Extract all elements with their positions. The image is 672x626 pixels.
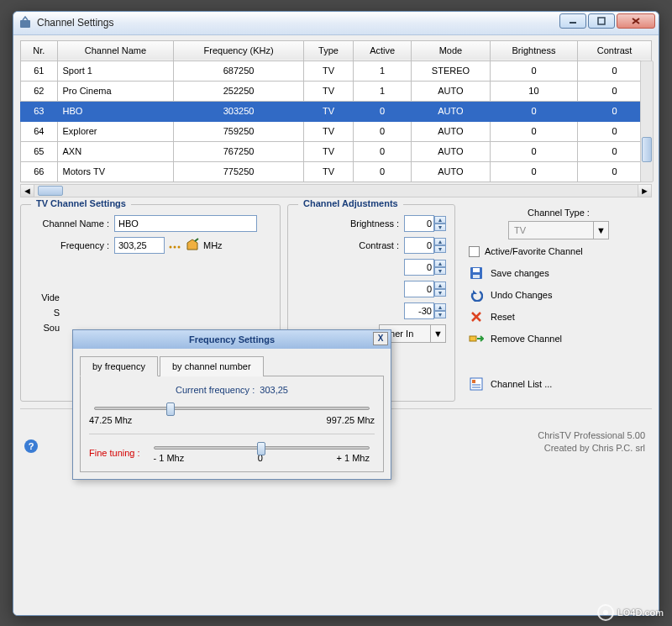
contrast-spinner[interactable]: ▲▼: [404, 237, 446, 254]
popup-titlebar[interactable]: Frequency Settings X: [73, 330, 391, 349]
table-cell[interactable]: 0: [490, 121, 577, 141]
table-cell[interactable]: 61: [21, 60, 58, 81]
frequency-slider[interactable]: [94, 407, 370, 410]
channel-table[interactable]: Nr.Channel NameFrequency (KHz)TypeActive…: [20, 40, 652, 182]
table-row[interactable]: 66Motors TV775250TV0AUTO00: [21, 161, 652, 181]
table-cell[interactable]: 10: [490, 81, 577, 101]
channel-type-combo[interactable]: TV▼: [508, 221, 609, 239]
frequency-input[interactable]: [114, 237, 165, 254]
scroll-left-arrow[interactable]: ◄: [21, 185, 34, 197]
horizontal-scrollbar[interactable]: ◄ ►: [20, 184, 652, 197]
table-row[interactable]: 62Pro Cinema252250TV1AUTO100: [21, 81, 652, 101]
table-cell[interactable]: 1: [354, 81, 412, 101]
tab-by-channel-number[interactable]: by channel number: [160, 356, 264, 376]
table-cell[interactable]: Explorer: [57, 121, 174, 141]
channel-picker-icon[interactable]: [185, 238, 200, 253]
table-cell[interactable]: Sport 1: [57, 60, 174, 81]
table-cell[interactable]: TV: [303, 121, 353, 141]
table-cell[interactable]: 0: [490, 161, 577, 181]
table-cell[interactable]: 66: [21, 161, 58, 181]
table-cell[interactable]: AXN: [57, 141, 174, 161]
table-cell[interactable]: 687250: [174, 60, 304, 81]
close-window-button[interactable]: [617, 13, 655, 29]
fine-slider-thumb[interactable]: [257, 442, 265, 455]
help-icon[interactable]: ?: [24, 439, 39, 455]
tab-by-frequency[interactable]: by frequency: [80, 356, 158, 376]
ellipsis-icon[interactable]: [168, 239, 181, 252]
minimize-button[interactable]: [559, 13, 586, 29]
channel-list-button[interactable]: Channel List ...: [469, 376, 648, 392]
adj3-spinner[interactable]: ▲▼: [404, 259, 446, 276]
column-header[interactable]: Contrast: [578, 40, 652, 60]
hscroll-thumb[interactable]: [38, 186, 63, 196]
titlebar[interactable]: Channel Settings: [13, 12, 659, 35]
table-cell[interactable]: AUTO: [412, 121, 491, 141]
maximize-button[interactable]: [588, 13, 615, 29]
undo-changes-button[interactable]: Undo Changes: [469, 287, 648, 302]
table-row[interactable]: 61Sport 1687250TV1STEREO00: [21, 60, 652, 81]
remove-icon: [469, 331, 484, 346]
table-cell[interactable]: TV: [303, 101, 353, 121]
table-cell[interactable]: Motors TV: [57, 161, 174, 181]
channel-name-input[interactable]: [114, 215, 257, 232]
table-cell[interactable]: 759250: [174, 121, 304, 141]
table-cell[interactable]: TV: [303, 141, 353, 161]
vertical-scrollbar[interactable]: [640, 60, 654, 182]
slider-thumb[interactable]: [166, 402, 175, 416]
table-cell[interactable]: 0: [354, 121, 412, 141]
svg-rect-7: [473, 268, 480, 272]
table-cell[interactable]: AUTO: [412, 101, 491, 121]
table-cell[interactable]: Pro Cinema: [57, 81, 174, 101]
table-cell[interactable]: 0: [490, 101, 577, 121]
svg-rect-8: [473, 275, 480, 278]
adj5-spinner[interactable]: ▲▼: [404, 302, 446, 319]
save-changes-button[interactable]: Save changes: [469, 266, 648, 281]
table-cell[interactable]: 63: [21, 101, 58, 121]
fine-min-label: - 1 Mhz: [154, 453, 185, 463]
table-cell[interactable]: 767250: [174, 141, 304, 161]
table-cell[interactable]: 0: [490, 60, 577, 81]
table-row[interactable]: 64Explorer759250TV0AUTO00: [21, 121, 652, 141]
table-cell[interactable]: 0: [490, 141, 577, 161]
remove-channel-button[interactable]: Remove Channel: [469, 331, 648, 346]
column-header[interactable]: Type: [303, 40, 353, 60]
svg-rect-2: [598, 18, 605, 24]
table-cell[interactable]: AUTO: [412, 81, 491, 101]
fine-tuning-slider[interactable]: [154, 446, 370, 450]
adj4-spinner[interactable]: ▲▼: [404, 281, 446, 297]
table-cell[interactable]: AUTO: [412, 161, 491, 181]
table-cell[interactable]: TV: [303, 161, 353, 181]
scroll-thumb[interactable]: [642, 137, 652, 162]
table-cell[interactable]: STEREO: [412, 60, 491, 81]
column-header[interactable]: Brightness: [490, 40, 577, 60]
table-cell[interactable]: 775250: [174, 161, 304, 181]
sou-label: Sou: [29, 323, 60, 333]
table-row[interactable]: 63HBO303250TV0AUTO00: [21, 101, 652, 121]
column-header[interactable]: Mode: [412, 40, 491, 60]
table-cell[interactable]: 64: [21, 121, 58, 141]
popup-close-button[interactable]: X: [373, 332, 388, 345]
table-cell[interactable]: HBO: [57, 101, 174, 121]
table-cell[interactable]: TV: [303, 60, 353, 81]
scroll-right-arrow[interactable]: ►: [638, 185, 651, 197]
table-cell[interactable]: 0: [354, 101, 412, 121]
table-cell[interactable]: 62: [21, 81, 58, 101]
column-header[interactable]: Nr.: [21, 40, 58, 60]
table-cell[interactable]: 252250: [174, 81, 304, 101]
column-header[interactable]: Frequency (KHz): [174, 40, 304, 60]
reset-button[interactable]: Reset: [469, 309, 648, 324]
table-cell[interactable]: 65: [21, 141, 58, 161]
table-cell[interactable]: 303250: [174, 101, 304, 121]
table-cell[interactable]: 0: [354, 161, 412, 181]
table-row[interactable]: 65AXN767250TV0AUTO00: [21, 141, 652, 161]
table-cell[interactable]: 0: [354, 141, 412, 161]
column-header[interactable]: Active: [354, 40, 412, 60]
column-header[interactable]: Channel Name: [57, 40, 174, 60]
save-icon: [469, 266, 484, 281]
brightness-spinner[interactable]: ▲▼: [404, 215, 446, 232]
table-cell[interactable]: AUTO: [412, 141, 491, 161]
active-favorite-checkbox[interactable]: Active/Favorite Channel: [469, 246, 648, 257]
table-cell[interactable]: 1: [354, 60, 412, 81]
active-favorite-label: Active/Favorite Channel: [485, 246, 583, 256]
table-cell[interactable]: TV: [303, 81, 353, 101]
